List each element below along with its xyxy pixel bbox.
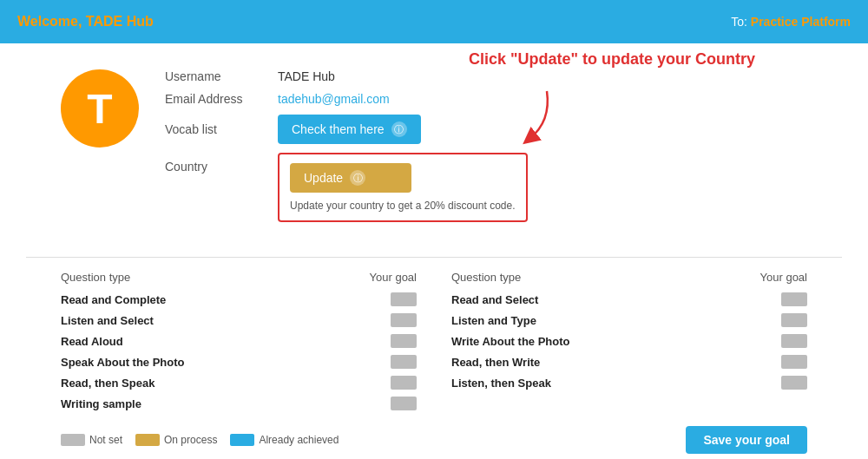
legend-section: Not set On process Already achieved Save… <box>26 417 842 454</box>
legend-dot-achieved <box>230 434 254 446</box>
goal-box <box>781 376 807 390</box>
row-label: Listen, then Speak <box>451 377 551 390</box>
email-label: Email Address <box>165 92 278 106</box>
col1-type-header: Question type <box>61 271 130 284</box>
legend-on-process-label: On process <box>164 434 217 446</box>
goal-box <box>391 355 417 369</box>
row-label: Listen and Type <box>451 314 536 327</box>
divider <box>26 257 842 258</box>
update-button[interactable]: Update ⓘ <box>290 163 411 193</box>
goals-row: Listen and Select <box>61 313 417 327</box>
header-welcome: Welcome, TADE Hub <box>17 14 154 30</box>
vocab-button[interactable]: Check them here ⓘ <box>278 115 421 144</box>
platform-link[interactable]: Practice Platform <box>751 15 851 29</box>
col1-goal-header: Your goal <box>370 271 417 284</box>
to-label: To: <box>731 15 751 29</box>
callout-text: Click "Update" to update your Country <box>469 50 755 69</box>
header-right: To: Practice Platform <box>731 15 851 29</box>
info-icon: ⓘ <box>391 121 407 137</box>
legend-not-set: Not set <box>61 434 122 446</box>
goals-header-2: Question type Your goal <box>451 271 807 284</box>
goals-row: Read Aloud <box>61 334 417 348</box>
row-label: Read and Select <box>451 293 538 306</box>
welcome-text: Welcome, <box>17 14 86 29</box>
goals-row: Read and Complete <box>61 292 417 306</box>
goals-section: Question type Your goal Read and Complet… <box>26 271 842 417</box>
callout-arrow-icon <box>503 87 556 151</box>
goals-row: Read and Select <box>451 292 807 306</box>
goals-col-2: Question type Your goal Read and Select … <box>451 271 807 417</box>
country-row: Country Update ⓘ Update your country to … <box>165 153 842 222</box>
header: Welcome, TADE Hub To: Practice Platform <box>0 0 868 43</box>
discount-text: Update your country to get a 20% discoun… <box>290 200 516 212</box>
goals-row: Speak About the Photo <box>61 355 417 369</box>
email-value: tadehub@gmail.com <box>278 92 390 106</box>
country-section: Update ⓘ Update your country to get a 20… <box>278 153 528 222</box>
row-label: Read, then Write <box>451 356 540 369</box>
save-goal-button[interactable]: Save your goal <box>686 426 807 454</box>
profile-section: T Username TADE Hub Click "Update" to up… <box>26 61 842 248</box>
info-icon-update: ⓘ <box>350 170 365 186</box>
legend-on-process: On process <box>135 434 217 446</box>
main-content: T Username TADE Hub Click "Update" to up… <box>0 43 868 459</box>
legend-dot-not-set <box>61 434 85 446</box>
goals-row: Read, then Write <box>451 355 807 369</box>
goal-box <box>781 355 807 369</box>
col2-goal-header: Your goal <box>760 271 807 284</box>
goal-box <box>391 334 417 348</box>
goal-box <box>781 292 807 306</box>
row-label: Read, then Speak <box>61 377 155 390</box>
vocab-label: Vocab list <box>165 122 278 136</box>
goals-row: Listen, then Speak <box>451 376 807 390</box>
update-btn-label: Update <box>304 171 343 185</box>
goals-row: Listen and Type <box>451 313 807 327</box>
username-label: Username <box>165 69 278 83</box>
goals-row: Writing sample <box>61 397 417 410</box>
country-label: Country <box>165 153 278 174</box>
goal-box <box>391 313 417 327</box>
row-label: Writing sample <box>61 397 141 410</box>
legend-achieved-label: Already achieved <box>259 434 339 446</box>
legend-dot-on-process <box>135 434 160 446</box>
update-box: Update ⓘ Update your country to get a 20… <box>278 153 528 222</box>
row-label: Listen and Select <box>61 314 154 327</box>
username-value: TADE Hub <box>278 69 335 83</box>
vocab-btn-label: Check them here <box>292 122 385 136</box>
header-username: TADE Hub <box>86 14 154 29</box>
legend-achieved: Already achieved <box>230 434 339 446</box>
avatar: T <box>61 69 139 148</box>
goals-header-1: Question type Your goal <box>61 271 417 284</box>
row-label: Write About the Photo <box>451 335 569 348</box>
goals-row: Write About the Photo <box>451 334 807 348</box>
username-row: Username TADE Hub <box>165 69 842 83</box>
goals-row: Read, then Speak <box>61 376 417 390</box>
save-btn-label: Save your goal <box>703 433 790 447</box>
goal-box <box>781 334 807 348</box>
row-label: Read and Complete <box>61 293 166 306</box>
legend-not-set-label: Not set <box>89 434 122 446</box>
row-label: Speak About the Photo <box>61 356 185 369</box>
goal-box <box>391 292 417 306</box>
goals-col-1: Question type Your goal Read and Complet… <box>61 271 417 417</box>
row-label: Read Aloud <box>61 335 123 348</box>
goal-box <box>391 376 417 390</box>
profile-info: Username TADE Hub Click "Update" to upda… <box>165 69 842 231</box>
goal-box <box>781 313 807 327</box>
goal-box <box>391 397 417 410</box>
col2-type-header: Question type <box>451 271 521 284</box>
